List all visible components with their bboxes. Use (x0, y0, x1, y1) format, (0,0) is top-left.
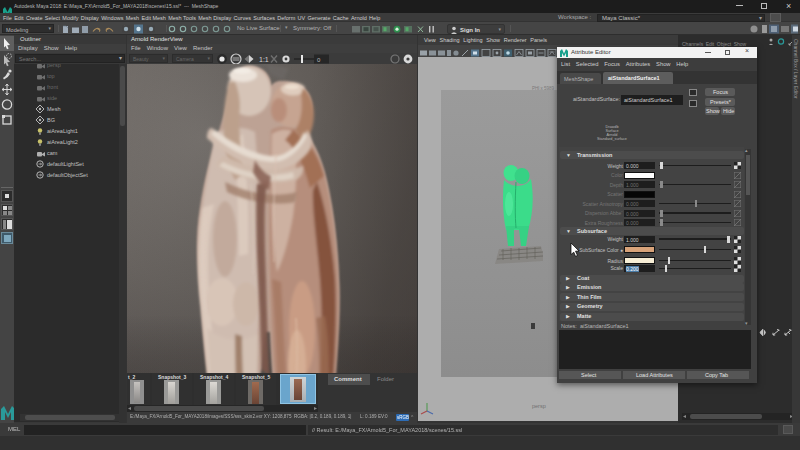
svg-text:1:1: 1:1 (259, 56, 269, 63)
